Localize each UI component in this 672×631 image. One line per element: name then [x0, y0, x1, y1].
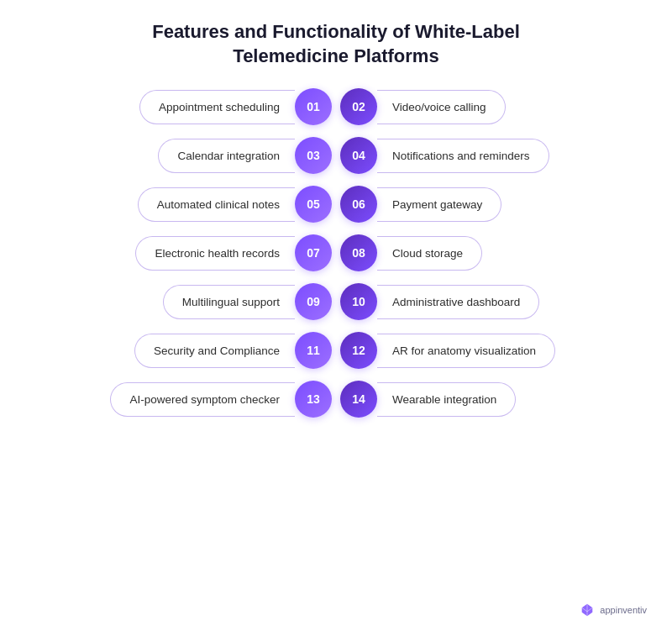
feature-badge-12: 12 — [340, 332, 377, 369]
feature-item-12: 12AR for anatomy visualization — [340, 332, 655, 369]
feature-badge-14: 14 — [340, 381, 377, 418]
feature-badge-01: 01 — [295, 88, 332, 125]
feature-badge-13: 13 — [295, 381, 332, 418]
feature-label-12: AR for anatomy visualization — [377, 334, 555, 368]
logo-icon — [580, 602, 595, 618]
feature-label-13: AI-powered symptom checker — [110, 382, 295, 417]
logo: appinventiv — [580, 602, 647, 618]
feature-badge-03: 03 — [295, 137, 332, 174]
feature-item-14: 14Wearable integration — [340, 381, 655, 418]
logo-text: appinventiv — [600, 605, 647, 615]
feature-item-06: 06Payment gateway — [340, 186, 655, 223]
feature-item-02: 02Video/voice calling — [340, 88, 655, 125]
feature-item-07: Electronic health records07 — [17, 234, 332, 271]
feature-item-09: Multilingual support09 — [17, 283, 332, 320]
feature-label-14: Wearable integration — [377, 382, 516, 417]
footer: appinventiv — [17, 596, 655, 618]
feature-item-10: 10Administrative dashboard — [340, 283, 655, 320]
feature-item-05: Automated clinical notes05 — [17, 186, 332, 223]
feature-label-06: Payment gateway — [377, 187, 501, 222]
feature-badge-11: 11 — [295, 332, 332, 369]
feature-badge-07: 07 — [295, 234, 332, 271]
feature-label-07: Electronic health records — [135, 236, 295, 271]
feature-item-08: 08Cloud storage — [340, 234, 655, 271]
feature-item-04: 04Notifications and reminders — [340, 137, 655, 174]
feature-item-13: AI-powered symptom checker13 — [17, 381, 332, 418]
feature-label-08: Cloud storage — [377, 236, 482, 271]
feature-label-02: Video/voice calling — [377, 90, 506, 124]
feature-label-04: Notifications and reminders — [377, 139, 549, 173]
page-title: Features and Functionality of White-Labe… — [152, 20, 520, 68]
feature-label-05: Automated clinical notes — [138, 187, 295, 222]
feature-badge-08: 08 — [340, 234, 377, 271]
feature-label-10: Administrative dashboard — [377, 285, 539, 319]
feature-badge-06: 06 — [340, 186, 377, 223]
feature-item-03: Calendar integration03 — [17, 137, 332, 174]
feature-badge-02: 02 — [340, 88, 377, 125]
feature-label-09: Multilingual support — [163, 285, 295, 319]
feature-badge-04: 04 — [340, 137, 377, 174]
feature-label-03: Calendar integration — [158, 139, 295, 173]
feature-badge-10: 10 — [340, 283, 377, 320]
feature-label-11: Security and Compliance — [134, 334, 295, 368]
feature-badge-09: 09 — [295, 283, 332, 320]
page: Features and Functionality of White-Labe… — [0, 0, 672, 631]
feature-label-01: Appointment scheduling — [139, 90, 295, 124]
feature-badge-05: 05 — [295, 186, 332, 223]
feature-item-01: Appointment scheduling01 — [17, 88, 332, 125]
feature-item-11: Security and Compliance11 — [17, 332, 332, 369]
features-grid: Appointment scheduling0102Video/voice ca… — [17, 88, 655, 418]
